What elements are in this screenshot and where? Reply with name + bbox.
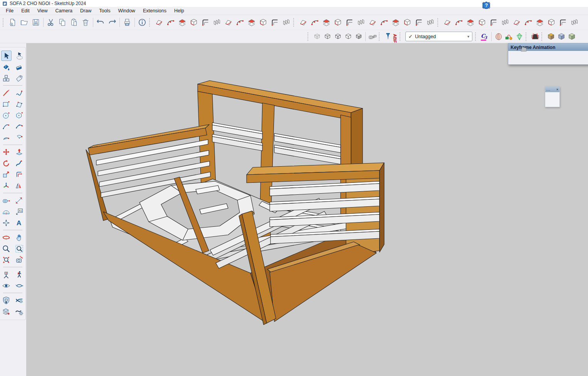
position-camera-button[interactable] xyxy=(1,269,12,280)
zoom-button[interactable] xyxy=(1,243,12,254)
line-icon xyxy=(2,89,10,97)
help-button[interactable]: ? xyxy=(583,52,588,63)
zoom-extents-button[interactable] xyxy=(1,255,12,265)
select-button[interactable] xyxy=(1,51,12,61)
pie-icon xyxy=(15,133,24,142)
record-button[interactable] xyxy=(523,52,533,63)
flatten-curves-button[interactable] xyxy=(14,295,25,305)
push-pull-icon xyxy=(15,148,24,157)
polygon-icon xyxy=(15,111,24,120)
circle-button[interactable] xyxy=(1,110,12,120)
push-pull-button[interactable] xyxy=(14,147,25,157)
palette-row xyxy=(0,169,25,180)
palette-row xyxy=(0,232,25,243)
scale-icon xyxy=(2,170,10,179)
polygon-button[interactable] xyxy=(14,110,25,120)
zoom-window-button[interactable] xyxy=(14,243,25,254)
pan-button[interactable] xyxy=(14,232,25,243)
curve-gears-button[interactable] xyxy=(14,306,25,317)
palette-divider xyxy=(3,230,22,230)
palette-divider xyxy=(3,145,22,145)
scale-button[interactable] xyxy=(1,169,12,180)
mirror-button[interactable] xyxy=(14,180,25,191)
export-layers-button[interactable] xyxy=(1,306,12,317)
eraser-button[interactable] xyxy=(14,62,25,72)
palette-row xyxy=(0,121,25,132)
offset-button[interactable] xyxy=(14,169,25,180)
three-point-arc-button[interactable] xyxy=(14,121,25,132)
position-camera-icon xyxy=(2,270,10,279)
3d-text-icon: A xyxy=(15,219,24,227)
follow-me-icon xyxy=(15,159,24,168)
axes-icon xyxy=(2,219,10,227)
help-icon: ? xyxy=(482,1,491,10)
tag-button[interactable] xyxy=(14,73,25,83)
look-around-button[interactable] xyxy=(1,280,12,291)
curve-gears-icon xyxy=(15,307,24,316)
palette-row xyxy=(0,158,25,169)
palette-row xyxy=(0,88,25,98)
palette-row xyxy=(0,269,25,280)
palette-row xyxy=(0,51,25,61)
svg-text:A: A xyxy=(17,219,22,227)
make-component-button[interactable] xyxy=(1,73,12,83)
palette-row xyxy=(0,99,25,109)
paint-bucket-button[interactable] xyxy=(1,62,12,72)
eraser-icon xyxy=(15,63,24,71)
play-button[interactable] xyxy=(511,52,521,63)
rotated-rectangle-button[interactable] xyxy=(14,99,25,109)
pie-button[interactable] xyxy=(14,132,25,143)
mini-toolbar-body[interactable] xyxy=(545,92,559,107)
palette-row: A1 xyxy=(0,206,25,217)
hide-rest-button[interactable] xyxy=(14,280,25,291)
offset-icon xyxy=(15,170,24,179)
mirror-icon xyxy=(15,182,24,190)
previous-view-button[interactable] xyxy=(14,255,25,265)
lasso-button[interactable] xyxy=(14,51,25,61)
select-keyframes-button[interactable] xyxy=(535,52,545,63)
delete-keyframes-button[interactable] xyxy=(547,52,558,63)
drawing-canvas[interactable]: Keyframe Animation × ? ... × xyxy=(26,43,588,376)
timing-button[interactable] xyxy=(559,52,570,63)
select-icon xyxy=(2,52,10,60)
protractor-button[interactable] xyxy=(1,206,12,217)
dimension-icon xyxy=(15,196,24,205)
close-icon[interactable]: × xyxy=(556,88,558,91)
palette-row xyxy=(0,295,25,305)
axes-button[interactable] xyxy=(1,218,12,228)
mini-toolbar-titlebar[interactable]: ... × xyxy=(545,87,559,92)
move-button[interactable] xyxy=(1,147,12,157)
three-point-arc-icon xyxy=(15,122,24,131)
rectangle-button[interactable] xyxy=(1,99,12,109)
smart-move-button[interactable] xyxy=(1,180,12,191)
quad-face-tools-button[interactable] xyxy=(1,295,12,305)
freehand-button[interactable] xyxy=(14,88,25,98)
dimension-button[interactable] xyxy=(14,195,25,206)
palette-row xyxy=(0,255,25,265)
rotate-button[interactable] xyxy=(1,158,12,169)
pan-icon xyxy=(15,233,24,242)
3d-text-button[interactable]: A xyxy=(14,218,25,228)
two-point-arc-icon xyxy=(2,122,10,131)
paint-bucket-icon xyxy=(2,63,10,71)
follow-me-button[interactable] xyxy=(14,158,25,169)
tape-measure-icon xyxy=(2,196,10,205)
rotated-rectangle-icon xyxy=(15,100,24,108)
walk-button[interactable] xyxy=(14,269,25,280)
tape-measure-button[interactable] xyxy=(1,195,12,206)
svg-text:A1: A1 xyxy=(19,209,22,212)
arc-button[interactable] xyxy=(1,132,12,143)
export-video-button[interactable] xyxy=(571,52,582,63)
two-point-arc-button[interactable] xyxy=(1,121,12,132)
text-button[interactable]: A1 xyxy=(14,206,25,217)
previous-view-icon xyxy=(15,256,24,264)
orbit-button[interactable] xyxy=(1,232,12,243)
sofa-model[interactable] xyxy=(86,81,384,325)
palette-row xyxy=(0,280,25,291)
export-layers-icon xyxy=(2,307,10,316)
line-button[interactable] xyxy=(1,88,12,98)
mini-shape-icon xyxy=(519,44,528,54)
orbit-icon xyxy=(2,233,10,242)
palette-row xyxy=(0,180,25,191)
keyframe-animation-title: Keyframe Animation xyxy=(511,45,555,50)
